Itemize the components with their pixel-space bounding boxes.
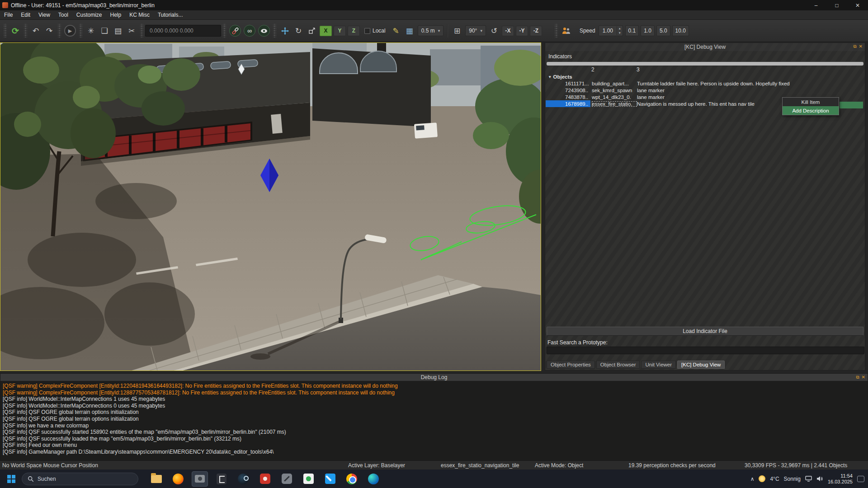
close-button[interactable]: ✕ <box>847 0 868 10</box>
menu-file[interactable]: File <box>0 10 17 19</box>
notification-center-icon[interactable] <box>857 476 864 482</box>
rotate-tool-button[interactable]: ↻ <box>292 24 305 38</box>
context-menu-add-description[interactable]: Add Description <box>783 106 839 115</box>
table-row[interactable]: 7243908.. sek_kmrd_spawn lane marker <box>545 87 865 94</box>
context-menu-kill-item[interactable]: Kill Item <box>783 98 839 106</box>
close-panel-icon[interactable]: ✕ <box>862 375 865 380</box>
tab-object-browser[interactable]: Object Browser <box>596 361 640 369</box>
unlink-button[interactable] <box>229 25 241 37</box>
speed-spinner[interactable]: 1.00 ▴ ▾ <box>599 25 623 36</box>
rotate-angle-dropdown[interactable]: 90° ▾ <box>465 25 486 36</box>
table-scrollbar[interactable] <box>547 62 863 66</box>
speed-preset-1-0[interactable]: 1.0 <box>641 25 655 36</box>
prototype-search-input[interactable] <box>547 347 864 354</box>
weather-condition[interactable]: Sonnig <box>784 476 801 482</box>
app-icon <box>2 2 8 8</box>
taskbar-search[interactable]: Suchen <box>22 473 138 485</box>
float-panel-icon[interactable]: ⧉ <box>856 375 859 380</box>
spin-up-icon[interactable]: ▴ <box>617 26 623 31</box>
stamp-button[interactable]: ▤ <box>111 24 125 38</box>
float-panel-icon[interactable]: ⧉ <box>853 44 856 49</box>
menu-kc-misc[interactable]: KC Misc <box>125 10 154 19</box>
grid-button[interactable]: ▦ <box>403 24 416 38</box>
coordinate-field[interactable]: 0.000 0.000 0.000 <box>145 25 221 37</box>
axis-z-button[interactable]: Z <box>348 26 360 36</box>
cut-tool-button[interactable]: ✂ <box>125 24 138 38</box>
tree-root-objects[interactable]: ▾ Objects <box>545 73 865 80</box>
clock[interactable]: 11:54 16.03.2025 <box>828 473 853 485</box>
start-button[interactable] <box>4 471 19 487</box>
speed-preset-5-0[interactable]: 5.0 <box>656 25 670 36</box>
maximize-button[interactable]: □ <box>826 0 847 10</box>
viewport-canvas[interactable] <box>0 43 541 371</box>
snap-settings-button[interactable]: ✳ <box>84 24 98 38</box>
tray-chevron-icon[interactable]: ∧ <box>750 476 755 482</box>
debug-log-header[interactable]: Debug Log ⧉ ✕ <box>0 374 868 381</box>
viewport-3d[interactable] <box>0 42 541 371</box>
taskbar-editor-active[interactable] <box>192 471 208 487</box>
tab-kc-debug-view[interactable]: [KC] Debug View <box>677 361 725 369</box>
grid-pen-button[interactable]: ✎ <box>389 24 403 38</box>
weather-sun-icon[interactable] <box>759 475 765 482</box>
grid-add-button[interactable]: ⊞ <box>450 24 464 38</box>
speed-value: 1.00 <box>599 28 617 34</box>
menu-tool[interactable]: Tool <box>54 10 72 19</box>
weather-temp[interactable]: 4°C <box>770 476 779 482</box>
clipboard-button[interactable]: ❏ <box>98 24 111 38</box>
redo-button[interactable]: ↷ <box>42 24 56 38</box>
play-button[interactable]: ▶ <box>64 25 76 37</box>
neg-axis-y-button[interactable]: -Y <box>516 26 528 36</box>
menu-customize[interactable]: Customize <box>72 10 106 19</box>
debug-log-body[interactable]: [QSF warning] ComplexFireComponent [Enti… <box>0 381 868 461</box>
spin-down-icon[interactable]: ▾ <box>617 31 623 35</box>
toolbar-handle <box>223 24 226 38</box>
network-icon[interactable] <box>805 476 812 482</box>
log-line: [QSF info] QSF successfully loaded the m… <box>3 436 865 442</box>
rotate-ccw-button[interactable]: ↺ <box>487 24 501 38</box>
menu-help[interactable]: Help <box>106 10 126 19</box>
undo-button[interactable]: ↶ <box>29 24 42 38</box>
visibility-button[interactable] <box>258 25 270 37</box>
load-indicator-file-button[interactable]: Load Indicator File <box>547 327 863 336</box>
people-icon <box>562 27 571 34</box>
speed-preset-10-0[interactable]: 10.0 <box>672 25 689 36</box>
taskbar-edge[interactable] <box>365 471 382 487</box>
close-panel-icon[interactable]: ✕ <box>859 44 863 49</box>
grid-size-dropdown[interactable]: 0.5 m ▾ <box>418 25 444 36</box>
minimize-button[interactable]: – <box>806 0 826 10</box>
move-tool-button[interactable] <box>278 24 292 38</box>
speed-preset-0-1[interactable]: 0.1 <box>625 25 639 36</box>
local-toggle[interactable]: Local <box>364 28 386 34</box>
tree-expand-icon[interactable]: ▾ <box>549 75 551 79</box>
sync-button[interactable]: ⟳ <box>9 24 22 38</box>
system-tray: ∧ 4°C Sonnig 11:54 16.03.2025 <box>750 473 868 485</box>
tab-unit-viewer[interactable]: Unit Viewer <box>641 361 676 369</box>
taskbar-vscode[interactable] <box>322 471 338 487</box>
scale-tool-button[interactable] <box>305 24 319 38</box>
taskbar-explorer[interactable] <box>148 471 165 487</box>
local-checkbox[interactable] <box>364 28 370 34</box>
menu-view[interactable]: View <box>34 10 54 19</box>
taskbar-red-app[interactable] <box>257 471 273 487</box>
toolbar-handle <box>4 24 7 38</box>
infinity-button[interactable]: ∞ <box>244 25 255 37</box>
axis-x-button[interactable]: X <box>320 26 332 36</box>
axis-y-button[interactable]: Y <box>334 26 346 36</box>
taskbar-tools-app[interactable] <box>278 471 295 487</box>
menu-edit[interactable]: Edit <box>17 10 34 19</box>
taskbar-chrome[interactable] <box>344 471 360 487</box>
tab-object-properties[interactable]: Object Properties <box>547 361 595 369</box>
neg-axis-x-button[interactable]: -X <box>502 26 514 36</box>
taskbar-green-app[interactable] <box>300 471 316 487</box>
taskbar-epic[interactable] <box>213 471 230 487</box>
taskbar-steam[interactable] <box>235 471 251 487</box>
persons-button[interactable] <box>560 24 573 38</box>
column-header-2[interactable]: 2 <box>591 66 594 73</box>
menu-tutorials[interactable]: Tutorials... <box>154 10 187 19</box>
taskbar-firefox[interactable] <box>170 471 186 487</box>
table-row[interactable]: 1611171... building_apart... Turntable l… <box>545 80 865 87</box>
volume-icon[interactable] <box>816 476 823 482</box>
column-header-3[interactable]: 3 <box>637 66 640 73</box>
neg-axis-z-button[interactable]: -Z <box>530 26 542 36</box>
debug-view-header[interactable]: [KC] Debug View ⧉ ✕ <box>545 43 865 51</box>
